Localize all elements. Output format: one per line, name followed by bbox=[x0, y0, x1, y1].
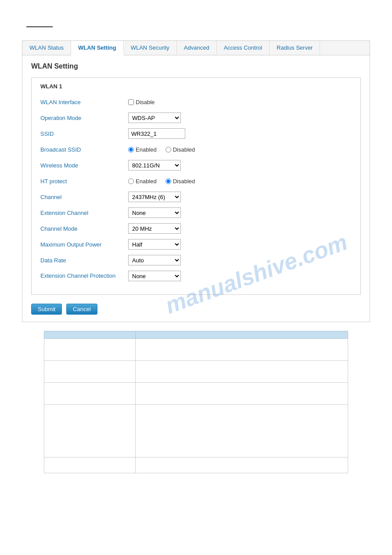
ext-chan-protection-select[interactable]: None CTS-Self RTS-CTS bbox=[128, 271, 181, 281]
table-cell bbox=[44, 405, 136, 457]
ext-chan-protection-label: Extension Channel Protection bbox=[40, 272, 128, 280]
channel-mode-select[interactable]: 20 MHz 40 MHz bbox=[128, 223, 181, 234]
table-cell bbox=[135, 339, 348, 361]
wireless-mode-label: Wireless Mode bbox=[40, 162, 128, 169]
submit-button[interactable]: Submit bbox=[31, 304, 62, 315]
tab-advanced[interactable]: Advanced bbox=[177, 41, 217, 55]
disable-checkbox-label[interactable]: Disable bbox=[128, 99, 155, 105]
table-cell bbox=[135, 457, 348, 473]
data-rate-label: Data Rate bbox=[40, 257, 128, 264]
ht-disabled-label[interactable]: Disabled bbox=[165, 178, 195, 185]
tab-wlan-security[interactable]: WLAN Security bbox=[124, 41, 177, 55]
channel-mode-label: Channel Mode bbox=[40, 225, 128, 232]
wlan1-title: WLAN 1 bbox=[40, 83, 352, 90]
broadcast-enabled-text: Enabled bbox=[136, 146, 157, 153]
extension-channel-label: Extension Channel bbox=[40, 210, 128, 216]
channel-mode-row: Channel Mode 20 MHz 40 MHz bbox=[40, 222, 352, 235]
data-table bbox=[44, 331, 348, 473]
table-header-col1 bbox=[44, 331, 136, 339]
ht-protect-row: HT protect Enabled Disabled bbox=[40, 175, 352, 187]
tab-access-control[interactable]: Access Control bbox=[217, 41, 270, 55]
wlan-interface-control: Disable bbox=[128, 99, 155, 105]
table-row bbox=[44, 457, 348, 473]
broadcast-ssid-control: Enabled Disabled bbox=[128, 146, 200, 153]
wlan-interface-label: WLAN Interface bbox=[40, 99, 128, 105]
table-cell bbox=[44, 383, 136, 405]
ht-enabled-radio[interactable] bbox=[128, 178, 134, 184]
ssid-label: SSID bbox=[40, 131, 128, 137]
operation-mode-label: Operation Mode bbox=[40, 115, 128, 121]
extension-channel-row: Extension Channel None Upper Lower bbox=[40, 207, 352, 219]
table-header-col2 bbox=[135, 331, 348, 339]
operation-mode-select[interactable]: WDS-AP AP Client WDS bbox=[128, 112, 181, 123]
broadcast-enabled-label[interactable]: Enabled bbox=[128, 146, 157, 153]
channel-control: 2437MHz (6) 2412MHz (1) 2417MHz (2) 2422… bbox=[128, 192, 181, 202]
top-line bbox=[26, 26, 53, 27]
ssid-input[interactable] bbox=[128, 128, 185, 139]
disable-text: Disable bbox=[136, 99, 155, 105]
data-rate-select[interactable]: Auto 1M 2M 5.5M 11M bbox=[128, 255, 181, 265]
operation-mode-control: WDS-AP AP Client WDS bbox=[128, 112, 181, 123]
wireless-mode-row: Wireless Mode 802.11G/N 802.11B/G 802.11… bbox=[40, 159, 352, 171]
max-output-power-select[interactable]: Half Quarter Full bbox=[128, 239, 181, 250]
table-cell bbox=[44, 457, 136, 473]
page-content: WLAN Setting WLAN 1 WLAN Interface Disab… bbox=[22, 55, 370, 322]
table-row bbox=[44, 339, 348, 361]
table-cell bbox=[44, 361, 136, 383]
tab-radius-server[interactable]: Radius Server bbox=[270, 41, 320, 55]
extension-channel-select[interactable]: None Upper Lower bbox=[128, 207, 181, 218]
main-panel: WLAN Status WLAN Setting WLAN Security A… bbox=[22, 40, 370, 322]
max-output-power-control: Half Quarter Full bbox=[128, 239, 181, 250]
wlan-interface-row: WLAN Interface Disable bbox=[40, 96, 352, 108]
table-wrapper bbox=[22, 331, 370, 473]
max-output-power-row: Maximum Output Power Half Quarter Full bbox=[40, 238, 352, 250]
table-row bbox=[44, 383, 348, 405]
ssid-row: SSID bbox=[40, 127, 352, 140]
tab-bar: WLAN Status WLAN Setting WLAN Security A… bbox=[22, 41, 370, 55]
ht-disabled-radio[interactable] bbox=[165, 178, 171, 184]
channel-select[interactable]: 2437MHz (6) 2412MHz (1) 2417MHz (2) 2422… bbox=[128, 192, 181, 202]
wlan1-section: WLAN 1 WLAN Interface Disable Operation … bbox=[31, 77, 361, 295]
table-cell bbox=[135, 405, 348, 457]
tab-wlan-setting[interactable]: WLAN Setting bbox=[71, 41, 124, 55]
data-rate-row: Data Rate Auto 1M 2M 5.5M 11M bbox=[40, 254, 352, 266]
max-output-power-label: Maximum Output Power bbox=[40, 241, 128, 248]
wireless-mode-select[interactable]: 802.11G/N 802.11B/G 802.11N bbox=[128, 160, 181, 170]
broadcast-ssid-row: Broadcast SSID Enabled Disabled bbox=[40, 143, 352, 156]
tab-wlan-status[interactable]: WLAN Status bbox=[22, 41, 71, 55]
wireless-mode-control: 802.11G/N 802.11B/G 802.11N bbox=[128, 160, 181, 170]
ext-chan-protection-row: Extension Channel Protection None CTS-Se… bbox=[40, 270, 352, 282]
ht-enabled-label[interactable]: Enabled bbox=[128, 178, 157, 185]
table-row bbox=[44, 361, 348, 383]
channel-label: Channel bbox=[40, 194, 128, 200]
broadcast-disabled-radio[interactable] bbox=[165, 147, 171, 152]
ht-protect-control: Enabled Disabled bbox=[128, 178, 200, 185]
broadcast-ssid-label: Broadcast SSID bbox=[40, 146, 128, 153]
operation-mode-row: Operation Mode WDS-AP AP Client WDS bbox=[40, 112, 352, 124]
table-cell bbox=[135, 383, 348, 405]
table-cell bbox=[135, 361, 348, 383]
channel-row: Channel 2437MHz (6) 2412MHz (1) 2417MHz … bbox=[40, 191, 352, 203]
table-row bbox=[44, 405, 348, 457]
button-row: Submit Cancel bbox=[31, 304, 361, 315]
broadcast-disabled-label[interactable]: Disabled bbox=[165, 146, 195, 153]
data-rate-control: Auto 1M 2M 5.5M 11M bbox=[128, 255, 181, 265]
broadcast-enabled-radio[interactable] bbox=[128, 147, 134, 152]
ssid-control bbox=[128, 128, 185, 139]
ht-enabled-text: Enabled bbox=[136, 178, 157, 185]
ext-chan-protection-control: None CTS-Self RTS-CTS bbox=[128, 271, 181, 281]
broadcast-disabled-text: Disabled bbox=[173, 146, 195, 153]
disable-checkbox[interactable] bbox=[128, 99, 134, 105]
channel-mode-control: 20 MHz 40 MHz bbox=[128, 223, 181, 234]
ht-disabled-text: Disabled bbox=[173, 178, 195, 185]
extension-channel-control: None Upper Lower bbox=[128, 207, 181, 218]
table-cell bbox=[44, 339, 136, 361]
cancel-button[interactable]: Cancel bbox=[66, 304, 97, 315]
ht-protect-label: HT protect bbox=[40, 178, 128, 185]
page-title: WLAN Setting bbox=[31, 62, 361, 70]
